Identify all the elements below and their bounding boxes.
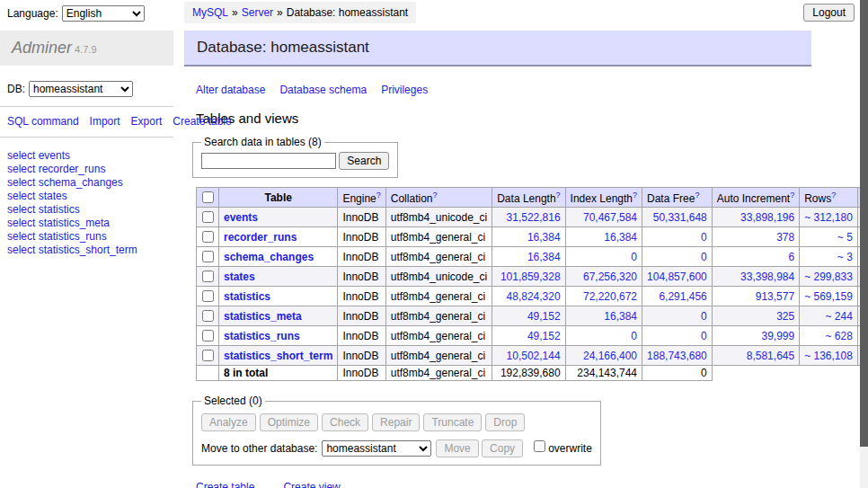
row-select-cell (197, 306, 219, 326)
logout-button[interactable]: Logout (803, 4, 855, 22)
sidebar-link-sql-command[interactable]: SQL command (7, 115, 79, 128)
row-checkbox[interactable] (202, 271, 214, 282)
privileges-link[interactable]: Privileges (381, 84, 428, 96)
alter-database-link[interactable]: Alter database (196, 84, 265, 96)
sidebar-link-import[interactable]: Import (90, 115, 120, 128)
sidebar-select-states-link[interactable]: select states (7, 190, 166, 203)
table-name-link[interactable]: statistics_short_term (224, 350, 332, 362)
table-row: statesInnoDButf8mb4_unicode_ci101,859,32… (197, 267, 868, 287)
db-selector-row: DB:homeassistant (7, 81, 166, 97)
auto-increment-cell: 33,398,984 (712, 267, 799, 287)
database-schema-link[interactable]: Database schema (279, 84, 367, 96)
create-table-link[interactable]: Create table (196, 481, 254, 488)
language-select[interactable]: English (62, 5, 145, 22)
total-collation-cell: utf8mb4_general_ci (385, 366, 492, 381)
analyze-button[interactable]: Analyze (201, 413, 256, 431)
rows-cell: ~ 299,833 (800, 267, 858, 287)
sidebar-select-schema-changes-link[interactable]: select schema_changes (7, 176, 166, 190)
optimize-button[interactable]: Optimize (260, 413, 318, 431)
search-button[interactable]: Search (339, 152, 389, 170)
auto-increment-cell: 6 (712, 247, 799, 267)
auto-increment-cell: 8,581,645 (712, 346, 799, 366)
select-all-header (197, 188, 219, 208)
column-label: Table (264, 191, 291, 204)
help-icon[interactable]: ? (831, 191, 836, 200)
table-row: schema_changesInnoDButf8mb4_general_ci16… (197, 247, 868, 267)
sidebar-link-export[interactable]: Export (131, 115, 163, 128)
breadcrumb-link-mysql[interactable]: MySQL (192, 6, 228, 19)
row-select-cell (197, 208, 219, 227)
data-free-cell: 104,857,600 (642, 267, 713, 287)
truncate-button[interactable]: Truncate (423, 413, 482, 431)
table-name-link[interactable]: statistics_runs (224, 330, 300, 342)
scrollbar[interactable] (860, 0, 868, 488)
row-checkbox[interactable] (202, 231, 214, 243)
sidebar-select-statistics-short-term-link[interactable]: select statistics_short_term (7, 244, 166, 257)
select-all-checkbox[interactable] (202, 191, 214, 203)
rows-cell: ~ 5 (800, 227, 858, 247)
sidebar-table-links: select eventsselect recorder_runsselect … (7, 149, 166, 257)
column-header-collation: Collation? (385, 188, 492, 208)
app-logo: Adminer4.7.9 (0, 31, 173, 66)
sidebar-select-events-link[interactable]: select events (7, 149, 166, 163)
engine-cell: InnoDB (338, 346, 385, 366)
row-checkbox[interactable] (202, 350, 214, 361)
help-icon[interactable]: ? (790, 191, 794, 200)
help-icon[interactable]: ? (633, 191, 637, 200)
search-input[interactable] (201, 153, 336, 169)
table-name-cell: schema_changes (219, 247, 338, 267)
data-length-cell: 31,522,816 (492, 208, 565, 227)
drop-button[interactable]: Drop (485, 413, 525, 431)
help-icon[interactable]: ? (556, 191, 561, 200)
data-free-cell: 0 (642, 326, 713, 346)
table-row: statistics_runsInnoDButf8mb4_general_ci4… (197, 326, 868, 346)
auto-increment-cell: 913,577 (712, 287, 799, 306)
scrollbar-thumb[interactable] (860, 0, 868, 447)
data-free-cell: 0 (642, 227, 713, 247)
move-button[interactable]: Move (436, 439, 478, 457)
total-engine-cell: InnoDB (338, 366, 385, 381)
breadcrumb-link-server[interactable]: Server (242, 6, 273, 19)
sidebar-select-statistics-meta-link[interactable]: select statistics_meta (7, 217, 166, 230)
sidebar-link-create-table[interactable]: Create table (173, 115, 231, 128)
collation-cell: utf8mb4_general_ci (385, 306, 492, 326)
overwrite-label[interactable]: overwrite (548, 442, 592, 455)
table-row: recorder_runsInnoDButf8mb4_general_ci16,… (197, 227, 868, 247)
data-length-cell: 49,152 (492, 306, 565, 326)
table-name-cell: states (219, 267, 338, 287)
check-button[interactable]: Check (322, 413, 368, 431)
column-header-rows: Rows? (800, 188, 858, 208)
row-checkbox[interactable] (202, 310, 214, 322)
rows-cell: ~ 136,108 (800, 346, 858, 366)
overwrite-checkbox[interactable] (534, 440, 545, 452)
column-header-data-length: Data Length? (492, 188, 565, 208)
table-name-link[interactable]: statistics (224, 290, 270, 303)
copy-button[interactable]: Copy (482, 439, 523, 457)
tables-tbody: eventsInnoDButf8mb4_unicode_ci31,522,816… (197, 208, 868, 381)
row-checkbox[interactable] (202, 330, 214, 342)
row-checkbox[interactable] (202, 251, 214, 262)
data-free-cell: 0 (642, 247, 713, 267)
help-icon[interactable]: ? (376, 191, 381, 200)
help-icon[interactable]: ? (695, 191, 699, 200)
sidebar-select-recorder-runs-link[interactable]: select recorder_runs (7, 163, 166, 176)
db-select[interactable]: homeassistant (29, 81, 133, 97)
table-name-link[interactable]: recorder_runs (224, 231, 297, 244)
index-length-cell: 24,166,400 (565, 346, 642, 366)
repair-button[interactable]: Repair (372, 413, 420, 431)
rows-cell: ~ 244 (800, 306, 858, 326)
row-checkbox[interactable] (202, 290, 214, 302)
table-name-link[interactable]: events (224, 211, 258, 224)
table-name-link[interactable]: statistics_meta (224, 310, 302, 323)
move-database-select[interactable]: homeassistant (322, 440, 431, 457)
create-view-link[interactable]: Create view (283, 481, 340, 488)
row-checkbox[interactable] (202, 211, 214, 223)
sidebar-select-statistics-runs-link[interactable]: select statistics_runs (7, 230, 166, 244)
breadcrumb-separator: » (277, 6, 283, 19)
table-name-link[interactable]: schema_changes (224, 251, 314, 263)
engine-cell: InnoDB (338, 247, 385, 267)
sidebar-select-statistics-link[interactable]: select statistics (7, 203, 166, 217)
table-name-link[interactable]: states (224, 271, 255, 283)
data-length-cell: 49,152 (492, 326, 565, 346)
help-icon[interactable]: ? (432, 191, 437, 200)
